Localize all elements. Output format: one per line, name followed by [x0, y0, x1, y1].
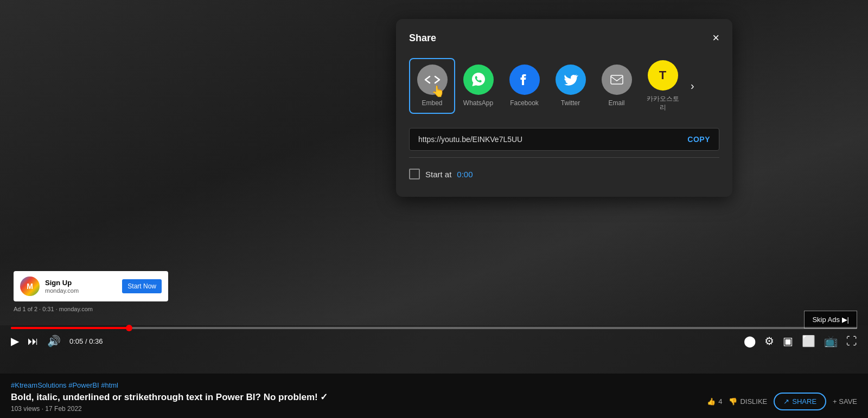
modal-title: Share	[409, 33, 436, 44]
share-icon-embed[interactable]: 👆 Embed	[409, 58, 455, 114]
start-at-row: Start at 0:00	[409, 164, 719, 184]
save-label: + SAVE	[833, 397, 857, 406]
share-label: SHARE	[792, 397, 816, 406]
fullscreen-button[interactable]: ⛶	[846, 335, 857, 348]
share-button-bottom[interactable]: ↗ SHARE	[774, 393, 826, 410]
whatsapp-label: WhatsApp	[463, 99, 493, 108]
progress-dot	[126, 325, 132, 331]
url-text: https://youtu.be/EINKVe7L5UU	[418, 135, 687, 144]
progress-fill	[11, 327, 129, 329]
ad-text: Sign Up monday.com	[45, 279, 117, 294]
ad-info: Ad 1 of 2 · 0:31 · monday.com	[14, 306, 93, 312]
twitter-icon-circle	[556, 65, 586, 95]
start-at-time[interactable]: 0:00	[457, 170, 473, 179]
video-meta: #KtreamSolutions #PowerBI #html Bold, it…	[0, 374, 868, 418]
copy-button[interactable]: COPY	[687, 135, 710, 144]
controls-row: ▶ ⏭ 🔊 0:05 / 0:36 ⬤ ⚙ ▣ ⬜ 📺 ⛶	[11, 335, 857, 348]
facebook-icon-circle	[509, 65, 540, 95]
miniplayer-button[interactable]: ▣	[783, 335, 793, 348]
controls-bar: ▶ ⏭ 🔊 0:05 / 0:36 ⬤ ⚙ ▣ ⬜ 📺 ⛶	[0, 327, 868, 348]
play-button[interactable]: ▶	[11, 335, 19, 348]
time-total: 0:36	[89, 337, 103, 345]
video-tags[interactable]: #KtreamSolutions #PowerBI #html	[11, 381, 857, 389]
dislike-button[interactable]: 👎 DISLIKE	[729, 397, 767, 406]
share-icon-email[interactable]: Email	[593, 59, 640, 113]
kakao-label: 카카오스토리	[647, 95, 679, 112]
facebook-label: Facebook	[510, 99, 539, 108]
ad-title: Sign Up	[45, 279, 117, 288]
next-button[interactable]: ⏭	[28, 335, 39, 348]
kakao-talk-text: T	[659, 68, 666, 82]
ad-banner: M Sign Up monday.com Start Now	[14, 271, 168, 301]
skip-ads-label: Skip Ads ▶|	[812, 316, 849, 324]
kakao-icon-circle: T	[648, 60, 678, 91]
modal-header: Share ×	[409, 32, 719, 44]
svg-rect-0	[611, 75, 623, 84]
share-icon-whatsapp[interactable]: WhatsApp	[455, 59, 501, 113]
like-icon: 👍	[707, 397, 716, 406]
divider	[409, 157, 719, 158]
time-display: 0:05 / 0:36	[69, 337, 103, 345]
dislike-icon: 👎	[729, 397, 737, 406]
whatsapp-icon-circle	[463, 65, 494, 95]
like-count: 4	[718, 397, 722, 406]
controls-right: ⬤ ⚙ ▣ ⬜ 📺 ⛶	[744, 335, 857, 348]
progress-bar[interactable]	[11, 327, 857, 329]
email-label: Email	[608, 99, 624, 108]
time-current: 0:05	[69, 337, 83, 345]
dislike-label: DISLIKE	[740, 397, 767, 406]
like-button[interactable]: 👍 4	[707, 397, 722, 406]
controls-left: ▶ ⏭ 🔊 0:05 / 0:36	[11, 335, 103, 348]
start-at-checkbox[interactable]	[409, 169, 420, 179]
start-at-label: Start at	[425, 170, 451, 179]
cast-button[interactable]: 📺	[824, 335, 838, 348]
ad-start-now-button[interactable]: Start Now	[122, 279, 162, 293]
ad-logo: M	[20, 276, 40, 296]
twitter-label: Twitter	[561, 99, 580, 108]
modal-close-button[interactable]: ×	[712, 32, 719, 44]
cursor-hand: 👆	[431, 85, 445, 98]
share-icon-twitter[interactable]: Twitter	[547, 59, 593, 113]
share-icons-row: 👆 Embed WhatsApp Facebook	[409, 55, 719, 117]
settings-button[interactable]: ⚙	[764, 335, 774, 348]
share-scroll-right-button[interactable]: ›	[688, 77, 697, 95]
ad-info-text: Ad 1 of 2 · 0:31 · monday.com	[14, 306, 93, 312]
video-actions: 👍 4 👎 DISLIKE ↗ SHARE + SAVE	[707, 393, 857, 410]
autoplay-button[interactable]: ⬤	[744, 335, 756, 348]
share-modal: Share × 👆 Embed WhatsApp	[396, 19, 732, 197]
share-icon-kakao[interactable]: T 카카오스토리	[640, 55, 686, 117]
ad-domain: monday.com	[45, 287, 117, 294]
skip-ads-button[interactable]: Skip Ads ▶|	[804, 311, 857, 329]
share-icon: ↗	[783, 397, 789, 406]
embed-icon-circle: 👆	[417, 65, 448, 95]
email-icon-circle	[602, 65, 632, 95]
volume-button[interactable]: 🔊	[47, 335, 61, 348]
embed-label: Embed	[422, 99, 442, 108]
share-icon-facebook[interactable]: Facebook	[501, 59, 547, 113]
save-button[interactable]: + SAVE	[833, 397, 857, 406]
url-bar: https://youtu.be/EINKVe7L5UU COPY	[409, 128, 719, 151]
theater-button[interactable]: ⬜	[802, 335, 815, 348]
